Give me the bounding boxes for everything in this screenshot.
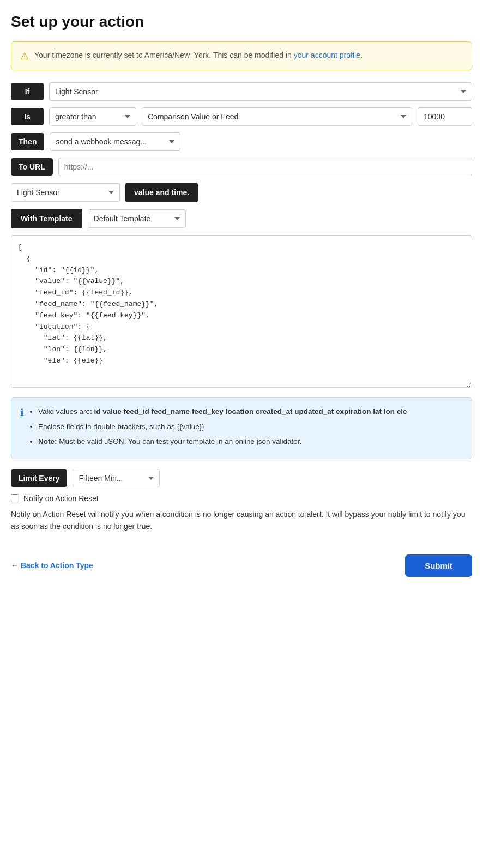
value-and-time-button[interactable]: value and time. xyxy=(125,183,198,202)
is-operator-select[interactable]: greater than xyxy=(49,107,136,126)
limit-every-label: Limit Every xyxy=(11,469,67,487)
notify-reset-label[interactable]: Notify on Action Reset xyxy=(23,494,99,503)
then-row: Then send a webhook messag... xyxy=(11,132,472,151)
is-number-input[interactable] xyxy=(418,107,472,126)
tourl-label: To URL xyxy=(11,158,53,176)
description-text: Notify on Action Reset will notify you w… xyxy=(11,508,472,533)
with-template-button[interactable]: With Template xyxy=(11,209,82,228)
back-to-action-link[interactable]: ← Back to Action Type xyxy=(11,561,93,570)
then-label: Then xyxy=(11,133,44,150)
is-row: Is greater than Comparison Value or Feed xyxy=(11,107,472,126)
info-box: ℹ Valid values are: id value feed_id fee… xyxy=(11,397,472,459)
feed-select[interactable]: Light Sensor xyxy=(11,183,120,202)
is-comparison-select[interactable]: Comparison Value or Feed xyxy=(142,107,412,126)
account-profile-link[interactable]: your account profile xyxy=(294,51,360,59)
url-input[interactable] xyxy=(58,158,472,176)
limit-every-row: Limit Every Fifteen Min... xyxy=(11,469,472,487)
info-icon: ℹ xyxy=(20,407,24,419)
template-select[interactable]: Default Template xyxy=(88,209,186,228)
if-row: If Light Sensor xyxy=(11,82,472,101)
if-feed-select[interactable]: Light Sensor xyxy=(49,82,472,101)
alert-text: Your timezone is currently set to Americ… xyxy=(34,50,363,61)
info-bullet-2: Enclose fields in double brackets, such … xyxy=(38,421,407,433)
notify-reset-checkbox[interactable] xyxy=(11,494,19,502)
page-title: Set up your action xyxy=(11,13,472,31)
warning-icon: ⚠ xyxy=(20,50,29,62)
submit-button[interactable]: Submit xyxy=(405,554,472,577)
notify-reset-row: Notify on Action Reset xyxy=(11,494,472,503)
info-bullet-1: Valid values are: id value feed_id feed_… xyxy=(38,406,407,418)
with-template-row: With Template Default Template xyxy=(11,209,472,228)
feed-value-row: Light Sensor value and time. xyxy=(11,183,472,202)
if-label: If xyxy=(11,83,44,100)
footer-row: ← Back to Action Type Submit xyxy=(11,554,472,577)
tourl-row: To URL xyxy=(11,158,472,176)
timezone-alert: ⚠ Your timezone is currently set to Amer… xyxy=(11,41,472,70)
info-bullet-3: Note: Must be valid JSON. You can test y… xyxy=(38,436,407,448)
limit-every-select[interactable]: Fifteen Min... xyxy=(73,469,160,487)
then-action-select[interactable]: send a webhook messag... xyxy=(50,132,180,151)
template-textarea[interactable]: [ { "id": "{{id}}", "value": "{{value}}"… xyxy=(11,235,472,388)
info-content: Valid values are: id value feed_id feed_… xyxy=(29,406,407,451)
is-label: Is xyxy=(11,108,44,125)
